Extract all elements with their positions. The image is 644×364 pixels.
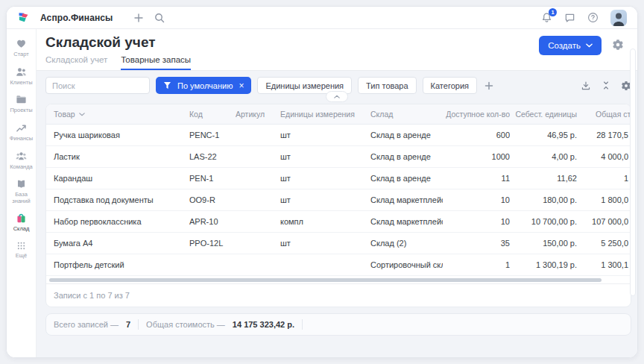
cell-code: LAS-22 — [189, 152, 236, 161]
add-filter-icon[interactable] — [484, 81, 493, 90]
export-download-icon[interactable] — [581, 81, 591, 91]
cell-code: PPO-12L — [189, 239, 236, 248]
table-row[interactable]: Портфель детский Сортировочный скла 1 1 … — [46, 254, 631, 276]
table-row[interactable]: Ручка шариковая PENC-1 шт Склад в аренде… — [46, 125, 631, 146]
sidebar-item-label: Команда — [10, 164, 33, 171]
chevron-up-icon — [334, 95, 340, 98]
cell-unit: шт — [280, 239, 370, 248]
create-button[interactable]: Создать — [539, 36, 602, 55]
column-header-warehouse[interactable]: Склад — [370, 110, 443, 119]
divider — [302, 319, 303, 330]
finance-icon — [16, 122, 27, 134]
search-input[interactable] — [45, 77, 150, 94]
sidebar-item-label: Проекты — [10, 107, 32, 114]
stock-table: Товар Код Артикул Единицы измерения Скла… — [45, 104, 631, 307]
cell-qty: 600 — [443, 131, 510, 139]
table-row[interactable]: Бумага А4 PPO-12L шт Склад (2) 35 150,00… — [46, 233, 631, 254]
total-cost-label: Общая стоимость — — [146, 320, 225, 329]
cell-warehouse: Склад маркетплейса — [370, 217, 443, 226]
cell-product: Ластик — [46, 152, 189, 161]
cell-warehouse: Склад маркетплейса — [370, 195, 443, 204]
user-avatar[interactable] — [610, 10, 627, 26]
table-row[interactable]: Набор первоклассника APR-10 компл Склад … — [46, 211, 631, 233]
cell-warehouse: Склад в аренде — [370, 152, 443, 161]
collapse-panel-button[interactable] — [326, 91, 348, 102]
warehouse-bag-icon — [16, 213, 27, 224]
column-header-code[interactable]: Код — [189, 110, 236, 119]
tabs: Складской учет Товарные запасы — [45, 55, 191, 70]
filter-chip-product-type[interactable]: Тип товара — [358, 77, 417, 94]
cell-code: PENC-1 — [189, 131, 236, 139]
more-dots-icon — [16, 241, 26, 251]
records-total-label: Всего записей — — [54, 320, 119, 329]
cell-unit: компл — [280, 217, 370, 226]
notifications-bell-icon[interactable]: 1 — [541, 12, 552, 23]
cell-warehouse: Склад в аренде — [370, 174, 443, 183]
search-icon[interactable] — [154, 13, 165, 23]
notification-badge: 1 — [549, 8, 557, 16]
cell-product: Ручка шариковая — [46, 131, 189, 139]
pagination-info: Записи с 1 по 7 из 7 — [46, 283, 631, 307]
sidebar-item-start[interactable]: Старт — [7, 38, 37, 58]
cell-qty: 1000 — [443, 152, 510, 161]
cell-code: OO9-R — [189, 195, 236, 204]
table-row[interactable]: Карандаш PEN-1 шт Склад в аренде 11 11,6… — [46, 168, 631, 189]
knowledge-base-icon — [16, 178, 27, 189]
sidebar: Старт Клиенты Проекты Финансы Команда Ба… — [7, 29, 37, 357]
page-header: Складской учет Складской учет Товарные з… — [37, 29, 637, 71]
chat-icon[interactable] — [564, 12, 575, 23]
sidebar-item-knowledge[interactable]: База знаний — [7, 178, 37, 204]
cell-unit: шт — [280, 131, 370, 139]
default-filter-chip[interactable]: По умолчанию × — [156, 77, 251, 94]
cell-unit-cost: 11,62 — [510, 174, 577, 183]
cell-total: 4 000,0 — [577, 152, 631, 161]
tab-warehouse-accounting[interactable]: Складской учет — [45, 55, 107, 70]
sidebar-item-more[interactable]: Ещё — [7, 241, 37, 260]
settings-gear-icon[interactable] — [612, 39, 624, 51]
summary-bar: Всего записей — 7 Общая стоимость — 14 1… — [45, 313, 631, 336]
horizontal-scrollbar[interactable] — [46, 276, 631, 283]
content-area: По умолчанию × Единицы измерения Тип тов… — [37, 71, 637, 357]
column-header-total-cost[interactable]: Общая стоимость — [577, 110, 631, 119]
funnel-icon — [163, 81, 171, 90]
cell-unit-cost: 10 700,00 р. — [510, 217, 577, 226]
sidebar-item-projects[interactable]: Проекты — [7, 94, 37, 114]
sidebar-item-finance[interactable]: Финансы — [7, 122, 37, 142]
column-header-product[interactable]: Товар — [46, 110, 189, 119]
cell-qty: 1 — [443, 260, 510, 269]
cell-unit: шт — [280, 152, 370, 161]
table-header-row: Товар Код Артикул Единицы измерения Скла… — [46, 104, 631, 125]
cell-product: Карандаш — [46, 174, 189, 183]
vertical-scrollbar[interactable] — [630, 48, 636, 296]
column-header-article[interactable]: Артикул — [236, 110, 280, 119]
table-row[interactable]: Подставка под документы OO9-R шт Склад м… — [46, 189, 631, 211]
column-header-units[interactable]: Единицы измерения — [280, 110, 370, 119]
cell-unit-cost: 150,00 р. — [510, 239, 577, 248]
cell-product: Набор первоклассника — [46, 217, 189, 226]
sidebar-item-team[interactable]: Команда — [7, 151, 37, 171]
sidebar-item-clients[interactable]: Клиенты — [7, 66, 37, 87]
app-logo-icon — [17, 11, 30, 24]
help-icon[interactable] — [587, 12, 599, 23]
filter-chip-category[interactable]: Категория — [423, 77, 477, 94]
column-header-available-qty[interactable]: Доступное кол-во — [443, 110, 510, 119]
column-header-unit-cost[interactable]: Себест. единицы — [510, 110, 577, 119]
cell-unit: шт — [280, 174, 370, 183]
sidebar-item-label: База знаний — [7, 192, 37, 204]
add-icon[interactable] — [133, 13, 144, 23]
collapse-rows-icon[interactable] — [602, 81, 610, 90]
remove-filter-icon[interactable]: × — [239, 81, 244, 90]
cell-unit: шт — [280, 195, 370, 204]
records-total-value: 7 — [126, 320, 130, 329]
cell-unit-cost: 180,00 р. — [510, 195, 577, 204]
horizontal-scrollbar-thumb[interactable] — [49, 278, 602, 282]
cell-total: 1 800,0 — [577, 195, 631, 204]
cell-warehouse: Сортировочный скла — [370, 260, 443, 269]
create-button-label: Создать — [548, 41, 581, 50]
divider — [138, 319, 139, 330]
cell-qty: 10 — [443, 195, 510, 204]
table-row[interactable]: Ластик LAS-22 шт Склад в аренде 1000 4,0… — [46, 146, 631, 168]
tab-stock[interactable]: Товарные запасы — [121, 55, 191, 70]
sidebar-item-warehouse[interactable]: Склад — [7, 213, 37, 233]
cell-unit-cost: 4,00 р. — [510, 152, 577, 161]
